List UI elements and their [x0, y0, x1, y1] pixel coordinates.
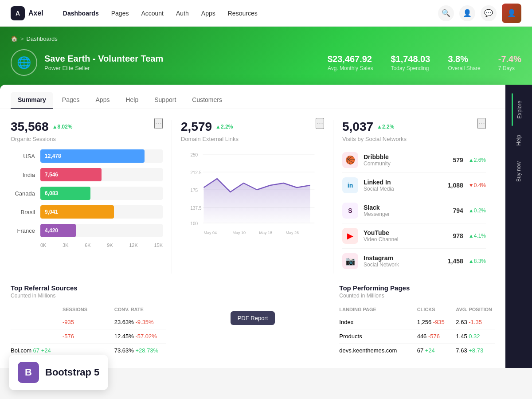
bar-outer-france: 4,420 [40, 224, 163, 237]
bar-label-india: India [11, 172, 35, 178]
slack-count: 794 [453, 207, 463, 214]
instagram-icon: 📷 [342, 253, 358, 269]
user-avatar[interactable]: 👤 [502, 4, 521, 23]
dribbble-change: ▲2.6% [469, 157, 486, 163]
messages-button[interactable]: 💬 [481, 5, 497, 21]
brand-logo[interactable]: A Axel [11, 6, 43, 20]
svg-text:May 26: May 26 [286, 231, 299, 235]
instagram-sub: Social Network [364, 262, 442, 268]
page-pos-1: 2.63 -1.35 [456, 319, 495, 325]
pdf-report-button[interactable]: PDF Report [231, 311, 275, 325]
tab-customers[interactable]: Customers [185, 92, 229, 109]
linkedin-change: ▼0.4% [469, 182, 486, 188]
dribbble-count: 579 [453, 156, 463, 164]
referral-col-sessions: SESSIONS [63, 307, 114, 312]
organic-sessions-more-button[interactable]: ··· [154, 118, 163, 129]
bar-inner-france: 4,420 [40, 224, 76, 237]
social-visits-change: ▲2.2% [377, 124, 394, 130]
bar-outer-canada: 6,083 [40, 187, 163, 200]
svg-text:May 04: May 04 [204, 231, 217, 235]
nav-resources[interactable]: Resources [223, 6, 263, 20]
tab-summary[interactable]: Summary [11, 92, 53, 109]
stats-grid: 35,568 ▲8.02% Organic Sessions ··· USA 1… [0, 109, 505, 284]
referral-card: Top Referral Sources Counted in Millions… [11, 284, 166, 357]
organic-sessions-card: 35,568 ▲8.02% Organic Sessions ··· USA 1… [11, 120, 172, 274]
slack-sub: Messenger [364, 211, 447, 217]
page-clicks-1: 1,256 -935 [417, 319, 456, 325]
brand-name: Axel [28, 9, 43, 17]
bar-inner-canada: 6,083 [40, 187, 90, 200]
today-spending-value: $1,748.03 [391, 54, 430, 64]
monthly-sales-value: $23,467.92 [328, 54, 373, 64]
bar-inner-brasil: 9,041 [40, 205, 114, 219]
hero-subtitle: Power Elite Seller [44, 65, 163, 71]
referral-col-source [11, 307, 63, 312]
social-row-instagram: 📷 Instagram Social Network 1,458 ▲8.3% [342, 249, 486, 274]
social-row-dribbble: 🏀 Dribbble Community 579 ▲2.6% [342, 148, 486, 173]
notifications-button[interactable]: 👤 [459, 5, 475, 21]
bar-inner-india: 7,546 [40, 168, 102, 181]
sidebar-buynow-btn[interactable]: Buy now [512, 154, 525, 189]
pages-sub: Counted in Millions [339, 293, 495, 299]
tab-apps[interactable]: Apps [89, 92, 117, 109]
linkedin-name: Linked In [364, 179, 442, 186]
nav-account[interactable]: Account [136, 6, 169, 20]
bootstrap-icon: B [18, 362, 39, 368]
bar-outer-brasil: 9,041 [40, 205, 163, 219]
referral-row-2: -576 12.45% -57.02% [11, 329, 166, 344]
referral-table-header: SESSIONS CONV. RATE [11, 304, 166, 315]
breadcrumb: 🏠 > Dashboards [11, 35, 521, 42]
domain-links-number: 2,579 ▲2.2% [181, 120, 239, 134]
nav-pages[interactable]: Pages [106, 6, 134, 20]
domain-links-change: ▲2.2% [215, 124, 233, 130]
instagram-count: 1,458 [448, 258, 463, 265]
sidebar-explore-btn[interactable]: Explore [512, 94, 526, 126]
x-label-0k: 0K [40, 243, 46, 248]
linkedin-icon: in [342, 177, 358, 193]
page-name-2: Products [339, 333, 417, 340]
tab-pages[interactable]: Pages [55, 92, 87, 109]
youtube-count: 978 [453, 232, 463, 239]
referral-title: Top Referral Sources [11, 284, 166, 292]
pdf-report-card: PDF Report [175, 284, 331, 357]
bar-chart: USA 12,478 India 7,546 Canada [11, 142, 163, 255]
bootstrap-badge: B Bootstrap 5 [9, 355, 108, 368]
bar-row-france: France 4,420 [11, 224, 163, 237]
referral-sessions-2: -576 [63, 333, 114, 340]
svg-text:May 10: May 10 [233, 231, 246, 235]
pages-table-header: LANDING PAGE CLICKS AVG. POSITION [339, 304, 495, 315]
page-pos-2: 1.45 0.32 [456, 333, 495, 340]
pages-card: Top Performing Pages Counted in Millions… [339, 284, 495, 357]
youtube-name: YouTube [364, 229, 447, 236]
navbar: A Axel Dashboards Pages Account Auth App… [0, 0, 532, 27]
svg-text:100: 100 [191, 221, 198, 226]
social-visits-more-button[interactable]: ··· [477, 118, 486, 129]
tab-support[interactable]: Support [147, 92, 183, 109]
social-visits-label: Visits by Social Networks [342, 136, 407, 142]
bar-label-brasil: Brasil [11, 209, 35, 215]
nav-auth[interactable]: Auth [171, 6, 194, 20]
youtube-icon: ▶ [342, 228, 358, 244]
search-button[interactable]: 🔍 [438, 5, 454, 21]
domain-links-more-button[interactable]: ··· [316, 118, 324, 129]
social-visits-card: 5,037 ▲2.2% Visits by Social Networks ··… [333, 120, 495, 274]
hero-stat-7days: -7.4% 7 Days [498, 54, 521, 71]
sidebar-help-btn[interactable]: Help [512, 128, 525, 153]
hero-section: 🏠 > Dashboards 🌐 Save Earth - Volunteer … [0, 27, 532, 89]
pages-row-2: Products 446 -576 1.45 0.32 [339, 329, 495, 344]
line-chart-svg: 250 212.5 175 137.5 100 [181, 148, 324, 245]
tab-help[interactable]: Help [118, 92, 145, 109]
page-clicks-3: 67 +24 [417, 347, 456, 354]
7days-label: 7 Days [498, 65, 521, 71]
bar-inner-usa: 12,478 [40, 149, 145, 163]
referral-source-bol: Bol.com 67 +24 [11, 347, 63, 354]
linkedin-count: 1,088 [448, 182, 463, 189]
page-pos-3: 7.63 +8.73 [456, 347, 495, 354]
nav-dashboards[interactable]: Dashboards [58, 6, 104, 20]
bar-row-usa: USA 12,478 [11, 149, 163, 163]
pages-col-clicks: CLICKS [417, 307, 456, 312]
slack-name: Slack [364, 204, 447, 211]
slack-icon: S [342, 203, 358, 219]
nav-apps[interactable]: Apps [196, 6, 221, 20]
dribbble-sub: Community [364, 160, 447, 167]
